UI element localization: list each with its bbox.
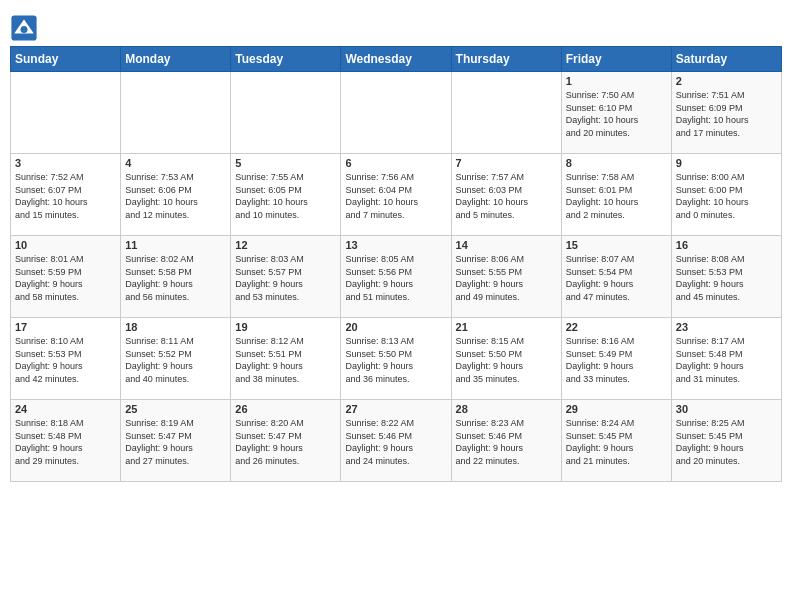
day-info: Sunrise: 8:24 AM Sunset: 5:45 PM Dayligh…: [566, 417, 667, 467]
week-row-4: 24Sunrise: 8:18 AM Sunset: 5:48 PM Dayli…: [11, 400, 782, 482]
day-cell: 13Sunrise: 8:05 AM Sunset: 5:56 PM Dayli…: [341, 236, 451, 318]
day-number: 24: [15, 403, 116, 415]
day-info: Sunrise: 8:18 AM Sunset: 5:48 PM Dayligh…: [15, 417, 116, 467]
day-cell: 25Sunrise: 8:19 AM Sunset: 5:47 PM Dayli…: [121, 400, 231, 482]
day-cell: 11Sunrise: 8:02 AM Sunset: 5:58 PM Dayli…: [121, 236, 231, 318]
day-number: 23: [676, 321, 777, 333]
header-row: SundayMondayTuesdayWednesdayThursdayFrid…: [11, 47, 782, 72]
day-cell: 12Sunrise: 8:03 AM Sunset: 5:57 PM Dayli…: [231, 236, 341, 318]
day-cell: [451, 72, 561, 154]
day-number: 9: [676, 157, 777, 169]
day-info: Sunrise: 8:10 AM Sunset: 5:53 PM Dayligh…: [15, 335, 116, 385]
day-info: Sunrise: 7:55 AM Sunset: 6:05 PM Dayligh…: [235, 171, 336, 221]
calendar-header: SundayMondayTuesdayWednesdayThursdayFrid…: [11, 47, 782, 72]
day-cell: 16Sunrise: 8:08 AM Sunset: 5:53 PM Dayli…: [671, 236, 781, 318]
day-info: Sunrise: 8:17 AM Sunset: 5:48 PM Dayligh…: [676, 335, 777, 385]
day-cell: 19Sunrise: 8:12 AM Sunset: 5:51 PM Dayli…: [231, 318, 341, 400]
day-number: 5: [235, 157, 336, 169]
day-cell: [121, 72, 231, 154]
day-cell: 15Sunrise: 8:07 AM Sunset: 5:54 PM Dayli…: [561, 236, 671, 318]
day-number: 25: [125, 403, 226, 415]
day-number: 2: [676, 75, 777, 87]
header-cell-sunday: Sunday: [11, 47, 121, 72]
day-info: Sunrise: 7:57 AM Sunset: 6:03 PM Dayligh…: [456, 171, 557, 221]
day-cell: 7Sunrise: 7:57 AM Sunset: 6:03 PM Daylig…: [451, 154, 561, 236]
week-row-1: 3Sunrise: 7:52 AM Sunset: 6:07 PM Daylig…: [11, 154, 782, 236]
day-cell: 1Sunrise: 7:50 AM Sunset: 6:10 PM Daylig…: [561, 72, 671, 154]
header-cell-tuesday: Tuesday: [231, 47, 341, 72]
calendar-table: SundayMondayTuesdayWednesdayThursdayFrid…: [10, 46, 782, 482]
day-info: Sunrise: 8:00 AM Sunset: 6:00 PM Dayligh…: [676, 171, 777, 221]
day-info: Sunrise: 7:56 AM Sunset: 6:04 PM Dayligh…: [345, 171, 446, 221]
day-cell: 4Sunrise: 7:53 AM Sunset: 6:06 PM Daylig…: [121, 154, 231, 236]
day-info: Sunrise: 8:16 AM Sunset: 5:49 PM Dayligh…: [566, 335, 667, 385]
header-cell-monday: Monday: [121, 47, 231, 72]
day-number: 22: [566, 321, 667, 333]
day-info: Sunrise: 8:01 AM Sunset: 5:59 PM Dayligh…: [15, 253, 116, 303]
day-cell: [231, 72, 341, 154]
day-number: 20: [345, 321, 446, 333]
calendar-body: 1Sunrise: 7:50 AM Sunset: 6:10 PM Daylig…: [11, 72, 782, 482]
day-number: 15: [566, 239, 667, 251]
day-info: Sunrise: 8:11 AM Sunset: 5:52 PM Dayligh…: [125, 335, 226, 385]
day-info: Sunrise: 7:58 AM Sunset: 6:01 PM Dayligh…: [566, 171, 667, 221]
day-number: 7: [456, 157, 557, 169]
day-number: 26: [235, 403, 336, 415]
day-cell: 27Sunrise: 8:22 AM Sunset: 5:46 PM Dayli…: [341, 400, 451, 482]
header-cell-wednesday: Wednesday: [341, 47, 451, 72]
day-cell: 26Sunrise: 8:20 AM Sunset: 5:47 PM Dayli…: [231, 400, 341, 482]
day-number: 1: [566, 75, 667, 87]
day-number: 13: [345, 239, 446, 251]
day-number: 30: [676, 403, 777, 415]
day-number: 27: [345, 403, 446, 415]
day-number: 16: [676, 239, 777, 251]
day-cell: 5Sunrise: 7:55 AM Sunset: 6:05 PM Daylig…: [231, 154, 341, 236]
logo: [10, 10, 40, 42]
week-row-3: 17Sunrise: 8:10 AM Sunset: 5:53 PM Dayli…: [11, 318, 782, 400]
day-cell: 3Sunrise: 7:52 AM Sunset: 6:07 PM Daylig…: [11, 154, 121, 236]
day-info: Sunrise: 8:02 AM Sunset: 5:58 PM Dayligh…: [125, 253, 226, 303]
day-number: 19: [235, 321, 336, 333]
day-cell: 6Sunrise: 7:56 AM Sunset: 6:04 PM Daylig…: [341, 154, 451, 236]
day-info: Sunrise: 7:52 AM Sunset: 6:07 PM Dayligh…: [15, 171, 116, 221]
day-info: Sunrise: 8:22 AM Sunset: 5:46 PM Dayligh…: [345, 417, 446, 467]
day-info: Sunrise: 8:03 AM Sunset: 5:57 PM Dayligh…: [235, 253, 336, 303]
header-cell-thursday: Thursday: [451, 47, 561, 72]
logo-icon: [10, 14, 38, 42]
day-cell: [341, 72, 451, 154]
day-info: Sunrise: 7:50 AM Sunset: 6:10 PM Dayligh…: [566, 89, 667, 139]
day-info: Sunrise: 8:07 AM Sunset: 5:54 PM Dayligh…: [566, 253, 667, 303]
day-number: 4: [125, 157, 226, 169]
day-info: Sunrise: 8:13 AM Sunset: 5:50 PM Dayligh…: [345, 335, 446, 385]
day-number: 11: [125, 239, 226, 251]
day-number: 12: [235, 239, 336, 251]
header-cell-friday: Friday: [561, 47, 671, 72]
day-number: 18: [125, 321, 226, 333]
week-row-0: 1Sunrise: 7:50 AM Sunset: 6:10 PM Daylig…: [11, 72, 782, 154]
day-cell: 8Sunrise: 7:58 AM Sunset: 6:01 PM Daylig…: [561, 154, 671, 236]
day-number: 28: [456, 403, 557, 415]
day-info: Sunrise: 8:19 AM Sunset: 5:47 PM Dayligh…: [125, 417, 226, 467]
day-info: Sunrise: 7:53 AM Sunset: 6:06 PM Dayligh…: [125, 171, 226, 221]
day-cell: 10Sunrise: 8:01 AM Sunset: 5:59 PM Dayli…: [11, 236, 121, 318]
day-number: 3: [15, 157, 116, 169]
day-cell: 18Sunrise: 8:11 AM Sunset: 5:52 PM Dayli…: [121, 318, 231, 400]
day-cell: 14Sunrise: 8:06 AM Sunset: 5:55 PM Dayli…: [451, 236, 561, 318]
day-cell: 21Sunrise: 8:15 AM Sunset: 5:50 PM Dayli…: [451, 318, 561, 400]
day-cell: 20Sunrise: 8:13 AM Sunset: 5:50 PM Dayli…: [341, 318, 451, 400]
svg-point-2: [21, 26, 28, 33]
day-info: Sunrise: 7:51 AM Sunset: 6:09 PM Dayligh…: [676, 89, 777, 139]
day-cell: 24Sunrise: 8:18 AM Sunset: 5:48 PM Dayli…: [11, 400, 121, 482]
day-number: 17: [15, 321, 116, 333]
day-number: 10: [15, 239, 116, 251]
day-info: Sunrise: 8:05 AM Sunset: 5:56 PM Dayligh…: [345, 253, 446, 303]
week-row-2: 10Sunrise: 8:01 AM Sunset: 5:59 PM Dayli…: [11, 236, 782, 318]
day-info: Sunrise: 8:12 AM Sunset: 5:51 PM Dayligh…: [235, 335, 336, 385]
day-number: 6: [345, 157, 446, 169]
day-info: Sunrise: 8:06 AM Sunset: 5:55 PM Dayligh…: [456, 253, 557, 303]
day-info: Sunrise: 8:08 AM Sunset: 5:53 PM Dayligh…: [676, 253, 777, 303]
day-cell: 17Sunrise: 8:10 AM Sunset: 5:53 PM Dayli…: [11, 318, 121, 400]
header-cell-saturday: Saturday: [671, 47, 781, 72]
day-cell: [11, 72, 121, 154]
day-info: Sunrise: 8:15 AM Sunset: 5:50 PM Dayligh…: [456, 335, 557, 385]
